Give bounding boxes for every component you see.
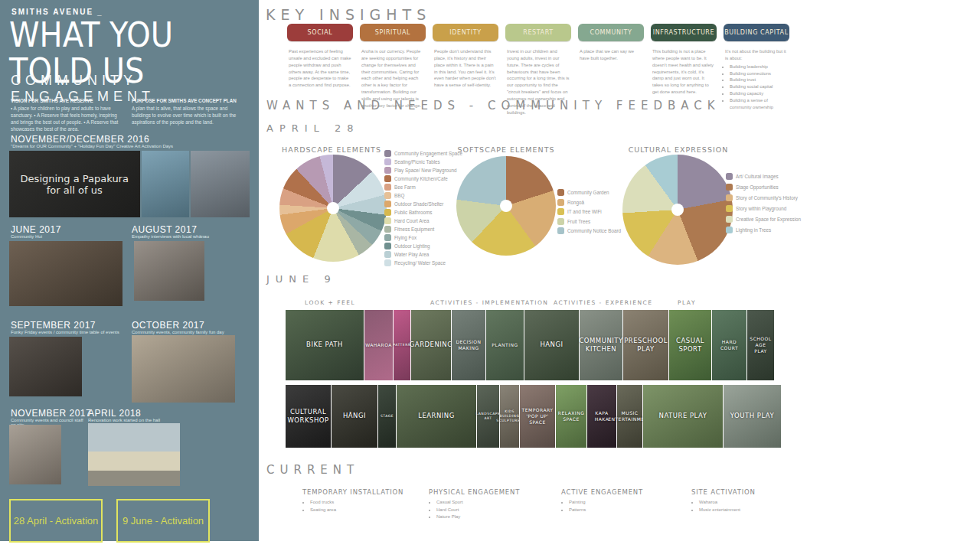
insight-category-button[interactable]: IDENTITY [433, 24, 498, 41]
key-insights-title: KEY INSIGHTS [266, 6, 431, 23]
photo-tile-label: SCHOOL AGE PLAY [747, 336, 774, 354]
photo-tile: HĀNGI [332, 385, 377, 448]
legend-item: Recycling/ Water Space [384, 259, 462, 266]
legend-item: BBQ [384, 192, 462, 199]
grid-header-play: PLAY [678, 299, 696, 306]
photo-tile: WAHAROA [364, 310, 393, 380]
grid-header-activities-experience: ACTIVITIES - EXPERIENCE [554, 299, 653, 306]
insight-bullet: Building leadership [730, 64, 789, 70]
april-activation-button[interactable]: 28 April - Activation [9, 499, 103, 543]
pie-hole [500, 200, 512, 212]
legend-swatch [384, 175, 391, 182]
insight-text: A place that we can say we have built to… [578, 48, 644, 62]
timeline-caption: Empathy interviews with local whānau [132, 234, 247, 239]
legend-item: IT and free WiFi [557, 208, 621, 215]
legend-item: Public Bathrooms [384, 209, 462, 216]
insight-category-button[interactable]: COMMUNITY [578, 24, 644, 41]
legend-label: Community Kitchen/Cafe [394, 176, 448, 181]
legend-label: BBQ [394, 193, 404, 198]
photo-tiles-row-2: CULTURAL WORKSHOPHĀNGISTAGELEARNINGLANDS… [286, 385, 781, 448]
insight-bullet: Building trust [730, 77, 789, 83]
june-activation-button[interactable]: 9 June - Activation [116, 499, 210, 543]
legend-label: Public Bathrooms [394, 210, 432, 215]
legend-label: Outdoor Lighting [394, 243, 430, 249]
photo-tiles-row-1: BIKE PATHWAHAROAPATTERNGARDENINGDECISION… [286, 310, 774, 380]
timeline-date: AUGUST 2017 [132, 224, 197, 235]
current-item: Painting [569, 499, 643, 507]
photo-tile: PRESCHOOL PLAY [623, 310, 668, 380]
cultural-pie-chart [622, 155, 733, 265]
current-item: Food trucks [310, 499, 403, 507]
legend-item: Art/ Cultural Images [726, 173, 801, 180]
legend-swatch [726, 205, 733, 212]
insight-bullets: Building leadershipBuilding connectionsB… [730, 64, 789, 111]
legend-swatch [557, 189, 564, 196]
legend-swatch [384, 158, 391, 165]
legend-item: Fruit Trees [557, 218, 621, 225]
legend-swatch [384, 209, 391, 216]
legend-swatch [384, 167, 391, 174]
photo-tile-label: DECISION MAKING [452, 339, 485, 351]
grid-header-activities-implementation: ACTIVITIES - IMPLEMENTATION [430, 299, 548, 306]
legend-item: Water Play Area [384, 251, 462, 258]
insight-category-button[interactable]: RESTART [505, 24, 571, 41]
legend-item: Bee Farm [384, 184, 462, 191]
softscape-legend: Community GardenRongoāIT and free WiFiFr… [557, 189, 621, 237]
insight-category-button[interactable]: SOCIAL [287, 24, 353, 41]
photo-tile-label: YOUTH PLAY [729, 412, 776, 420]
legend-label: Play Space/ New Playground [394, 168, 457, 173]
legend-swatch [557, 199, 564, 206]
insight-category-button[interactable]: INFRASTRUCTURE [651, 24, 717, 41]
photo-tile: HANGI [524, 310, 579, 380]
pie-title: SOFTSCAPE ELEMENTS [452, 145, 560, 154]
legend-item: Hard Court Area [384, 217, 462, 224]
chalkboard-photo: Designing a Papakura for all of us [9, 151, 140, 217]
legend-item: Story of Community's History [726, 194, 801, 201]
insight-text: Past experiences of feeling unsafe and e… [287, 48, 353, 89]
current-column: ACTIVE ENGAGEMENTPaintingPatterns [561, 488, 643, 514]
legend-label: Stage Opportunities [736, 184, 779, 190]
photo-tile: GARDENING [411, 310, 451, 380]
current-item: Nature Play [436, 514, 520, 521]
legend-label: Water Play Area [394, 252, 429, 257]
current-title: CURRENT [266, 463, 359, 477]
legend-label: Rongoā [567, 200, 584, 205]
legend-swatch [384, 184, 391, 191]
legend-label: Creative Space for Expression [736, 217, 801, 222]
grid-header-look-feel: LOOK + FEEL [305, 299, 355, 306]
photo-strip: Designing a Papakura for all of us [9, 151, 250, 217]
legend-item: Rongoā [557, 199, 621, 206]
vision-heading: VISION FOR SMITHS AVE RESERVE [11, 98, 126, 103]
photo-tile: RELAXING SPACE [556, 385, 586, 448]
insight-text: This building is not a place where peopl… [651, 48, 717, 96]
legend-swatch [384, 192, 391, 199]
photo-tile: STAGE [378, 385, 396, 448]
photo-tile-label: BIKE PATH [305, 341, 345, 349]
insight-bullet: Building capacity [730, 90, 789, 97]
legend-label: Story within Playground [736, 206, 786, 211]
photo-tile: HARD COURT [712, 310, 746, 380]
photo-tile-label: WAHAROA [364, 342, 394, 348]
photo-tile: CULTURAL WORKSHOP [286, 385, 331, 448]
photo-tile-label: TEMPORARY 'POP UP' SPACE [520, 407, 555, 425]
pie-hole [327, 202, 339, 214]
photo-tile-label: STAGE [379, 414, 395, 419]
insight-category-button[interactable]: BUILDING CAPITAL [724, 24, 789, 41]
photo-tile-label: RELAXING SPACE [556, 410, 586, 422]
legend-item: Seating/Picnic Tables [384, 158, 462, 165]
current-item: Seating area [310, 507, 403, 514]
photo [9, 241, 122, 306]
vision-block: VISION FOR SMITHS AVE RESERVE • A place … [11, 98, 126, 133]
photo-tile-label: COMMUNITY KITCHEN [577, 337, 624, 354]
pie-title: HARDSCAPE ELEMENTS [274, 145, 389, 154]
timeline-date: JUNE 2017 [11, 224, 61, 235]
vision-text: • A place for children to play and adult… [11, 105, 126, 133]
current-item: Music entertainment [699, 507, 756, 514]
current-column-heading: SITE ACTIVATION [691, 488, 756, 496]
legend-item: Story within Playground [726, 205, 801, 212]
photo-tile: COMMUNITY KITCHEN [580, 310, 622, 380]
photo-tile-label: PRESCHOOL PLAY [622, 337, 669, 354]
insight-category-button[interactable]: SPIRITUAL [360, 24, 426, 41]
photo-tile: DECISION MAKING [452, 310, 485, 380]
current-column-heading: PHYSICAL ENGAGEMENT [429, 488, 520, 496]
